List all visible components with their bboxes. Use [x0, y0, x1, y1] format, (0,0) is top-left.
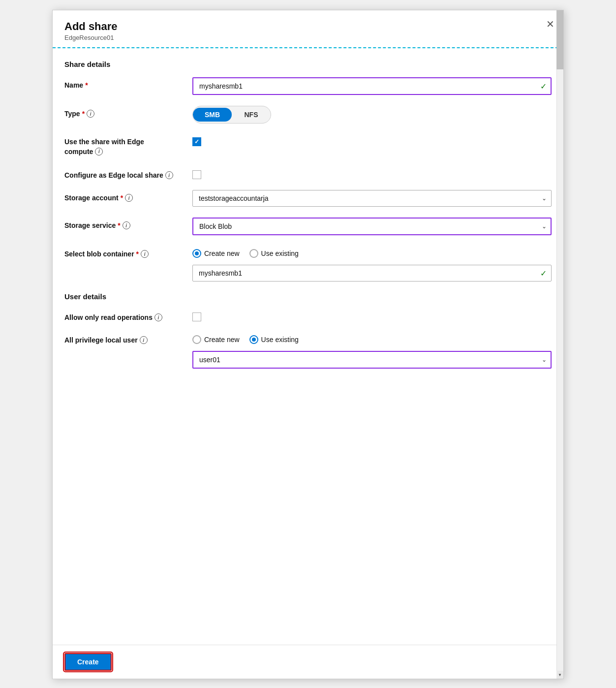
scrollbar-arrow-down[interactable]: ▼	[556, 671, 563, 679]
privilege-user-field-row: All privilege local user i Create new Us…	[64, 332, 552, 369]
privilege-user-label: All privilege local user i	[64, 332, 192, 344]
blob-container-create-new-label: Create new	[204, 250, 240, 257]
name-input-wrapper: ✓	[192, 77, 552, 95]
dialog-body: Share details Name * ✓ Type * i	[53, 48, 563, 645]
blob-container-name-valid-check: ✓	[540, 269, 547, 278]
storage-service-field-row: Storage service * i Block Blob Page Blob…	[64, 218, 552, 235]
share-details-section-title: Share details	[64, 60, 552, 68]
name-input[interactable]	[192, 77, 552, 95]
edge-compute-label: Use the share with Edge compute i	[64, 134, 192, 156]
privilege-user-use-existing-radio[interactable]	[249, 335, 258, 344]
storage-account-required-star: *	[121, 194, 123, 202]
storage-account-dropdown[interactable]: teststorageaccountarja ⌄	[192, 190, 552, 207]
storage-service-label: Storage service * i	[64, 218, 192, 229]
type-toggle-switch[interactable]: SMB NFS	[192, 106, 271, 124]
dialog-subtitle: EdgeResource01	[64, 34, 552, 41]
storage-account-info-icon: i	[125, 194, 133, 202]
blob-container-use-existing-option[interactable]: Use existing	[249, 249, 299, 258]
type-required-star: *	[82, 110, 85, 118]
dialog-title: Add share	[64, 20, 552, 33]
privilege-user-use-existing-option[interactable]: Use existing	[249, 335, 299, 344]
privilege-user-create-new-label: Create new	[204, 336, 240, 344]
edge-local-label: Configure as Edge local share i	[64, 167, 192, 179]
edge-compute-checkbox-wrapper	[192, 134, 552, 146]
name-valid-check: ✓	[540, 82, 547, 91]
blob-container-control: Create new Use existing ✓	[192, 246, 552, 281]
edge-compute-checkbox[interactable]	[192, 137, 201, 146]
close-button[interactable]: ✕	[546, 19, 554, 29]
scrollbar-track: ▲ ▼	[556, 10, 563, 679]
blob-container-required-star: *	[136, 250, 139, 258]
blob-container-create-new-radio[interactable]	[192, 249, 201, 258]
privilege-user-use-existing-label: Use existing	[261, 336, 299, 344]
type-nfs-option[interactable]: NFS	[232, 108, 271, 122]
edge-local-field-row: Configure as Edge local share i	[64, 167, 552, 179]
dialog-footer: Create	[53, 645, 563, 679]
storage-service-required-star: *	[118, 221, 120, 229]
storage-service-dropdown[interactable]: Block Blob Page Blob Azure Files ⌄	[192, 218, 552, 235]
storage-account-field-row: Storage account * i teststorageaccountar…	[64, 190, 552, 207]
privilege-user-dropdown[interactable]: user01 ⌄	[192, 351, 552, 369]
blob-container-name-input[interactable]	[192, 265, 552, 281]
type-info-icon: i	[87, 110, 94, 118]
type-toggle: SMB NFS	[192, 106, 552, 124]
privilege-user-control: Create new Use existing user01 ⌄	[192, 332, 552, 369]
name-label: Name *	[64, 77, 192, 89]
edge-compute-field-row: Use the share with Edge compute i	[64, 134, 552, 156]
storage-service-select[interactable]: Block Blob Page Blob Azure Files	[192, 218, 552, 235]
type-label: Type * i	[64, 106, 192, 118]
storage-account-label: Storage account * i	[64, 190, 192, 202]
edge-local-checkbox[interactable]	[192, 170, 201, 179]
storage-account-select-wrapper: teststorageaccountarja ⌄	[192, 190, 552, 207]
read-operations-label: Allow only read operations i	[64, 310, 192, 321]
read-operations-checkbox[interactable]	[192, 313, 201, 321]
blob-container-use-existing-radio[interactable]	[249, 249, 258, 258]
name-required-star: *	[85, 81, 88, 89]
read-operations-field-row: Allow only read operations i	[64, 310, 552, 321]
add-share-dialog: Add share EdgeResource01 ✕ Share details…	[52, 10, 564, 679]
storage-service-select-wrapper: Block Blob Page Blob Azure Files ⌄	[192, 218, 552, 235]
edge-local-checkbox-wrapper	[192, 167, 552, 179]
privilege-user-radio-group: Create new Use existing	[192, 332, 552, 344]
edge-local-info-icon: i	[165, 171, 173, 179]
blob-container-field-row: Select blob container * i Create new Use…	[64, 246, 552, 281]
name-field-row: Name * ✓	[64, 77, 552, 95]
blob-container-use-existing-label: Use existing	[261, 250, 299, 257]
blob-container-label: Select blob container * i	[64, 246, 192, 258]
create-button[interactable]: Create	[64, 653, 112, 671]
user-details-section-title: User details	[64, 292, 552, 301]
privilege-user-create-new-option[interactable]: Create new	[192, 335, 240, 344]
privilege-user-select[interactable]: user01	[192, 351, 552, 369]
blob-container-create-new-option[interactable]: Create new	[192, 249, 240, 258]
edge-compute-info-icon: i	[95, 148, 103, 156]
privilege-user-info-icon: i	[140, 336, 148, 344]
blob-container-radio-group: Create new Use existing	[192, 246, 552, 258]
type-smb-option[interactable]: SMB	[193, 108, 232, 122]
dialog-header: Add share EdgeResource01 ✕	[53, 10, 563, 48]
type-field-row: Type * i SMB NFS	[64, 106, 552, 124]
scrollbar-thumb[interactable]	[556, 10, 563, 69]
blob-container-info-icon: i	[141, 250, 149, 258]
read-operations-checkbox-wrapper	[192, 310, 552, 321]
storage-account-select[interactable]: teststorageaccountarja	[192, 190, 552, 207]
storage-service-info-icon: i	[123, 221, 130, 229]
privilege-user-create-new-radio[interactable]	[192, 335, 201, 344]
read-operations-info-icon: i	[154, 313, 162, 321]
